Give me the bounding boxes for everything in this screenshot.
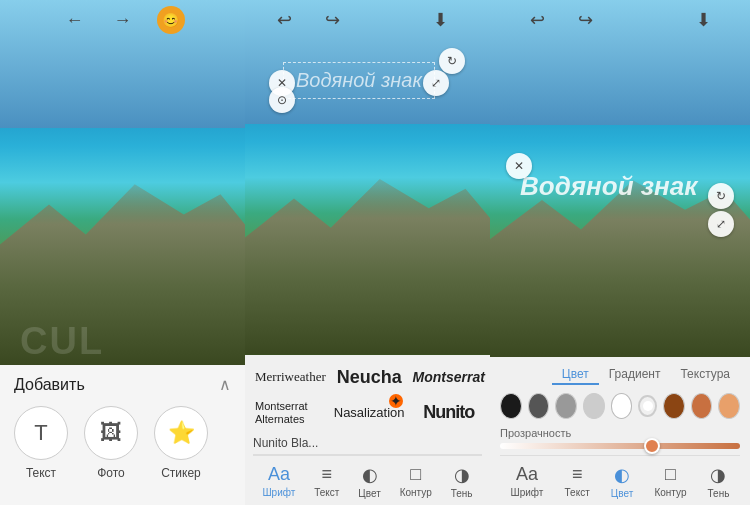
outline-icon-3: □ [665,464,676,485]
font-badge: ✦ [389,394,403,408]
text-icon-circle: T [14,406,68,460]
watermark-close-3[interactable]: ✕ [506,153,532,179]
add-photo-button[interactable]: 🖼 Фото [84,406,138,480]
photo-area-1: CUL ← → 😊 [0,0,245,365]
download-button-3[interactable]: ⬇ [689,6,717,34]
text-label-3: Текст [565,487,590,498]
back-button-3[interactable]: ↩ [523,6,551,34]
color-toolbar-label: Цвет [358,488,380,499]
toolbar-shadow-button-3[interactable]: ◑ Тень [702,462,736,501]
toolbar-outline-button-3[interactable]: □ Контур [648,462,692,501]
font-name-montserrat-alt: Montserrat Alternates [255,400,326,426]
font-merriweather[interactable]: Merriweather [253,365,328,390]
toolbar-color-button[interactable]: ◐ Цвет [352,462,386,501]
opacity-slider[interactable] [500,443,740,449]
font-icon-3: Aa [516,464,538,485]
photo-area-2: ↩ ↪ ⬇ ↻ ✕ ⤢ ⊙ Водяной знак [245,0,490,355]
watermark-text-3: Водяной знак [520,171,697,201]
opacity-thumb[interactable] [644,438,660,454]
toolbar-font-button-3[interactable]: Aa Шрифт [505,462,550,501]
watermark-container-3[interactable]: Водяной знак [520,171,697,202]
color-tab-gradient[interactable]: Градиент [599,365,671,385]
scale-handle[interactable]: ⤢ [423,70,449,96]
font-nasalization[interactable]: Nasalization ✦ [332,398,407,428]
font-partial: Nunito Bla... [253,436,318,450]
shadow-toolbar-icon: ◑ [454,464,470,486]
back-button-1[interactable]: ← [61,6,89,34]
font-montserrat[interactable]: Montserrat [411,365,487,390]
toolbar-top-1: ← → 😊 [0,6,245,34]
photo-area-3: ↩ ↪ ⬇ ✕ ↻ ⤢ Водяной знак [490,0,750,357]
panel-2: ↩ ↪ ⬇ ↻ ✕ ⤢ ⊙ Водяной знак Merriweather … [245,0,490,505]
toolbar-text-button[interactable]: ≡ Текст [308,462,345,501]
cul-watermark: CUL [20,320,104,363]
text-icon: T [34,420,47,446]
watermark-container-2[interactable]: ↻ ✕ ⤢ ⊙ Водяной знак [283,62,435,99]
bottom-toolbar-3: Aa Шрифт ≡ Текст ◐ Цвет □ Контур ◑ Тень [500,455,740,505]
color-radio[interactable] [638,395,657,417]
font-panel: Merriweather Neucha Montserrat Montserra… [245,355,490,505]
watermark-text-2: Водяной знак [296,69,422,91]
photo-icon-circle: 🖼 [84,406,138,460]
color-toolbar-icon: ◐ [362,464,378,486]
add-sticker-button[interactable]: ⭐ Стикер [154,406,208,480]
toolbar-color-button-3[interactable]: ◐ Цвет [605,462,639,501]
color-tabs: Цвет Градиент Текстура [500,365,740,385]
swatch-gray[interactable] [555,393,577,419]
forward-button-1[interactable]: → [109,6,137,34]
sticker-icon: ⭐ [168,420,195,446]
sticker-label: Стикер [161,466,201,480]
font-grid: Merriweather Neucha Montserrat Montserra… [253,365,482,428]
toolbar-outline-button[interactable]: □ Контур [394,462,438,501]
toolbar-text-button-3[interactable]: ≡ Текст [559,462,596,501]
watermark-scale-3[interactable]: ⤢ [708,211,734,237]
bottom-panel-1: Добавить ∧ T Текст 🖼 Фото ⭐ Стикер [0,365,245,505]
bottom-toolbar-2: Aa Шрифт ≡ Текст ◐ Цвет □ Контур ◑ Тень [253,455,482,505]
swatch-brown2[interactable] [691,393,713,419]
flip-handle[interactable]: ⊙ [269,87,295,113]
toolbar-shadow-button[interactable]: ◑ Тень [445,462,479,501]
back-button-2[interactable]: ↩ [271,6,299,34]
panel-3: ↩ ↪ ⬇ ✕ ↻ ⤢ Водяной знак Цвет Градиент Т… [490,0,750,505]
text-toolbar-label: Текст [314,487,339,498]
add-header: Добавить ∧ [14,375,231,394]
font-name-nunito: Nunito [423,402,474,423]
chevron-icon[interactable]: ∧ [219,375,231,394]
outline-label-3: Контур [654,487,686,498]
color-icon-3: ◐ [614,464,630,486]
swatch-tan[interactable] [718,393,740,419]
swatch-black[interactable] [500,393,522,419]
font-montserrat-alternates[interactable]: Montserrat Alternates [253,398,328,428]
swatch-darkgray[interactable] [528,393,550,419]
panel-1: CUL ← → 😊 Добавить ∧ T Текст 🖼 Фото [0,0,245,505]
color-tab-color[interactable]: Цвет [552,365,599,385]
forward-button-2[interactable]: ↪ [319,6,347,34]
swatch-brown1[interactable] [663,393,685,419]
swatch-white[interactable] [611,393,633,419]
font-toolbar-icon: Aa [268,464,290,485]
add-title: Добавить [14,376,85,394]
avatar-1: 😊 [157,6,185,34]
add-text-button[interactable]: T Текст [14,406,68,480]
font-label-3: Шрифт [511,487,544,498]
forward-button-3[interactable]: ↪ [571,6,599,34]
beach-image-1: CUL [0,0,245,365]
color-panel: Цвет Градиент Текстура Прозрачность [490,357,750,505]
sticker-icon-circle: ⭐ [154,406,208,460]
font-name-merriweather: Merriweather [255,369,326,385]
swatch-lightgray[interactable] [583,393,605,419]
color-tab-texture[interactable]: Текстура [670,365,740,385]
photo-icon: 🖼 [100,420,122,446]
rotate-handle[interactable]: ↻ [439,48,465,74]
font-name-montserrat: Montserrat [413,369,485,385]
text-icon-3: ≡ [572,464,583,485]
download-button-2[interactable]: ⬇ [427,6,455,34]
font-neucha[interactable]: Neucha [332,365,407,390]
opacity-section: Прозрачность [500,427,740,449]
shadow-icon-3: ◑ [710,464,726,486]
watermark-refresh-3[interactable]: ↻ [708,183,734,209]
opacity-label: Прозрачность [500,427,740,439]
font-nunito[interactable]: Nunito [411,398,487,428]
toolbar-font-button[interactable]: Aa Шрифт [256,462,301,501]
shadow-toolbar-label: Тень [451,488,473,499]
